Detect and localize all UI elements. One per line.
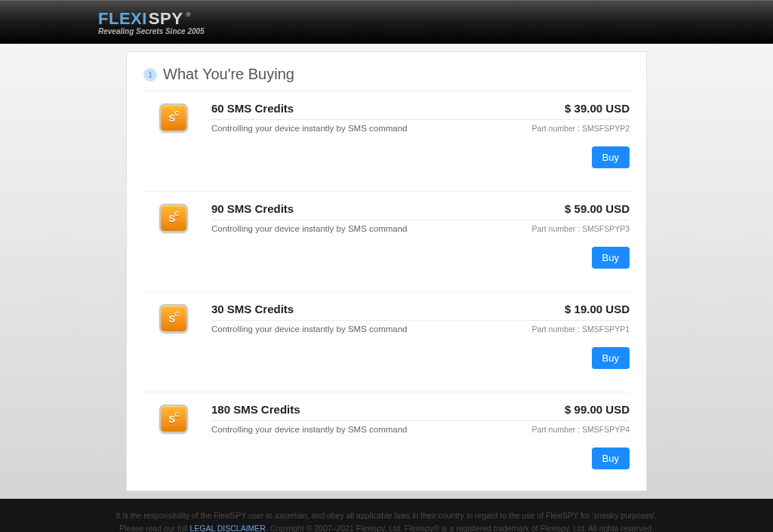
product-description: Controlling your device instantly by SMS… — [211, 224, 408, 233]
product-icon-wrap: SC — [143, 403, 204, 469]
logo-flexi-text: FLEXI — [98, 9, 147, 29]
logo: FLEXI SPY ® Revealing Secrets Since 2005 — [98, 9, 205, 35]
product-item: SC 90 SMS Credits $ 59.00 USD Controllin… — [143, 202, 630, 292]
part-value: SMSFSPYP4 — [582, 425, 630, 434]
product-part-number: Part number : SMSFSPYP3 — [531, 224, 630, 233]
footer-line2: Please read our full LEGAL DISCLAIMER. C… — [15, 522, 758, 532]
product-title: 180 SMS Credits — [211, 403, 300, 416]
product-icon-wrap: SC — [143, 303, 204, 369]
part-label: Part number : — [531, 124, 582, 133]
product-body: 180 SMS Credits $ 99.00 USD Controlling … — [211, 403, 630, 469]
product-item: SC 30 SMS Credits $ 19.00 USD Controllin… — [143, 303, 630, 392]
product-list: SC 60 SMS Credits $ 39.00 USD Controllin… — [143, 102, 630, 469]
legal-disclaimer-link[interactable]: LEGAL DISCLAIMER — [189, 524, 266, 532]
part-label: Part number : — [531, 324, 582, 334]
sms-credits-icon-label: SC — [168, 212, 178, 224]
logo-registered-mark: ® — [186, 11, 190, 18]
part-value: SMSFSPYP2 — [582, 124, 630, 133]
main-panel: 1 What You're Buying SC 60 SMS Credits $… — [126, 51, 647, 491]
product-part-number: Part number : SMSFSPYP1 — [531, 324, 630, 334]
footer-line2-pre: Please read our full — [119, 524, 189, 532]
part-label: Part number : — [531, 224, 582, 233]
product-body: 90 SMS Credits $ 59.00 USD Controlling y… — [211, 202, 630, 269]
sms-credits-icon: SC — [159, 404, 188, 433]
part-value: SMSFSPYP1 — [582, 324, 630, 334]
product-title: 90 SMS Credits — [211, 202, 294, 215]
step-badge: 1 — [143, 68, 157, 81]
product-price: $ 59.00 USD — [565, 202, 630, 215]
product-title: 30 SMS Credits — [211, 303, 294, 315]
section-title: What You're Buying — [163, 66, 294, 83]
product-description: Controlling your device instantly by SMS… — [211, 425, 408, 434]
footer: It is the responsibility of the FlexiSPY… — [0, 499, 773, 532]
header-tagline: Revealing Secrets Since 2005 — [98, 27, 205, 35]
product-price: $ 39.00 USD — [565, 102, 630, 115]
product-item: SC 60 SMS Credits $ 39.00 USD Controllin… — [143, 102, 630, 192]
product-icon-wrap: SC — [143, 202, 204, 269]
logo-spy-text: SPY — [149, 9, 183, 29]
buy-button[interactable]: Buy — [592, 146, 630, 168]
product-item: SC 180 SMS Credits $ 99.00 USD Controlli… — [143, 403, 630, 469]
sms-credits-icon-label: SC — [168, 413, 178, 425]
part-label: Part number : — [531, 425, 582, 434]
product-part-number: Part number : SMSFSPYP4 — [531, 425, 630, 434]
product-title: 60 SMS Credits — [211, 102, 294, 115]
product-body: 60 SMS Credits $ 39.00 USD Controlling y… — [211, 102, 630, 168]
sms-credits-icon: SC — [159, 103, 188, 132]
product-part-number: Part number : SMSFSPYP2 — [531, 124, 630, 133]
product-icon-wrap: SC — [143, 102, 204, 168]
sms-credits-icon-label: SC — [168, 112, 178, 124]
product-description: Controlling your device instantly by SMS… — [211, 324, 408, 334]
buy-button[interactable]: Buy — [592, 347, 630, 369]
product-price: $ 19.00 USD — [565, 303, 630, 315]
section-header: 1 What You're Buying — [143, 66, 630, 91]
sms-credits-icon: SC — [159, 204, 188, 232]
buy-button[interactable]: Buy — [592, 447, 630, 469]
product-body: 30 SMS Credits $ 19.00 USD Controlling y… — [211, 303, 630, 369]
buy-button[interactable]: Buy — [592, 247, 630, 269]
product-description: Controlling your device instantly by SMS… — [211, 124, 408, 133]
header-bar: FLEXI SPY ® Revealing Secrets Since 2005 — [0, 0, 773, 44]
footer-line2-post: . Copyright © 2007–2021 Flexispy, Ltd. F… — [266, 524, 654, 532]
sms-credits-icon: SC — [159, 304, 188, 333]
product-price: $ 99.00 USD — [565, 403, 630, 416]
footer-line1: It is the responsibility of the FlexiSPY… — [15, 509, 758, 522]
part-value: SMSFSPYP3 — [582, 224, 630, 233]
sms-credits-icon-label: SC — [168, 312, 178, 324]
